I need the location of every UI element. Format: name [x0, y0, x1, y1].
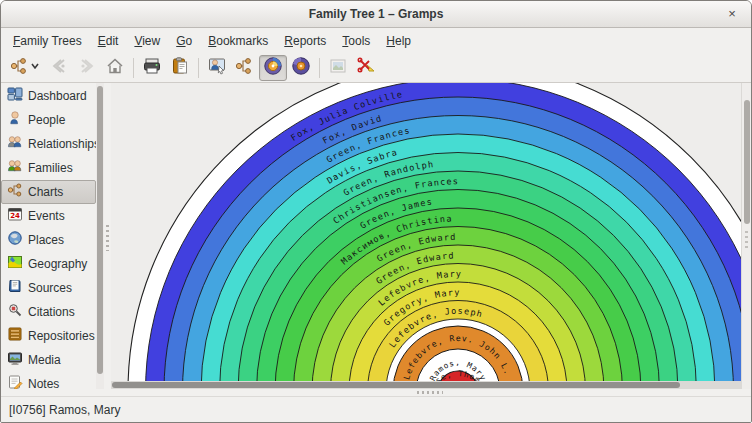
- sidebar-item-people[interactable]: People: [1, 108, 96, 132]
- toolbar-separator: [319, 58, 320, 78]
- vertical-scrollbar-thumb[interactable]: [744, 100, 750, 224]
- sidebar-scrollbar-thumb[interactable]: [97, 86, 103, 374]
- window-title: Family Tree 1 – Gramps: [309, 7, 444, 21]
- image-icon: [328, 56, 348, 80]
- clip-button[interactable]: [352, 55, 380, 81]
- sidebar-item-label: Relationships: [28, 137, 96, 151]
- relationships-icon: [7, 134, 23, 154]
- fan-chart-icon: [263, 56, 283, 80]
- title-bar[interactable]: Family Tree 1 – Gramps ×: [1, 1, 751, 28]
- chevron-down-icon: [30, 56, 40, 80]
- sidebar-item-label: People: [28, 113, 65, 127]
- menu-go[interactable]: Go: [168, 31, 200, 51]
- pane-splitter[interactable]: [104, 83, 111, 389]
- fan-chart-view-button[interactable]: [259, 55, 287, 81]
- sidebar-item-dashboard[interactable]: Dashboard: [1, 84, 96, 108]
- citations-icon: [7, 302, 23, 322]
- gramps-window: Family Tree 1 – Gramps × Family TreesEdi…: [0, 0, 752, 423]
- geography-icon: [7, 254, 23, 274]
- status-bar: [I0756] Ramos, Mary: [1, 396, 751, 422]
- sidebar-item-label: Geography: [28, 257, 87, 271]
- sidebar-item-families[interactable]: Families: [1, 156, 96, 180]
- close-icon[interactable]: ×: [723, 5, 741, 23]
- dashboard-icon: [7, 86, 23, 106]
- sidebar-item-geography[interactable]: Geography: [1, 252, 96, 276]
- sidebar-item-repositories[interactable]: Repositories: [1, 324, 96, 348]
- back-arrow-icon: [49, 56, 69, 80]
- svg-text:24: 24: [10, 212, 20, 220]
- sidebar-item-media[interactable]: Media: [1, 348, 96, 372]
- image-button[interactable]: [324, 55, 352, 81]
- chart-column: Lefebvre, JosephGregory, MaryLefebvre, M…: [111, 83, 741, 389]
- sidebar-item-label: Families: [28, 161, 73, 175]
- repositories-icon: [7, 326, 23, 346]
- family-tree-menu-button[interactable]: [5, 55, 45, 81]
- sidebar-scrollbar[interactable]: [96, 83, 104, 389]
- events-icon: 24: [7, 206, 23, 226]
- category-sidebar: DashboardPeopleRelationshipsFamiliesChar…: [1, 83, 96, 389]
- menu-view[interactable]: View: [126, 31, 168, 51]
- sidebar-item-relationships[interactable]: Relationships: [1, 132, 96, 156]
- right-splitter-grip-icon: [745, 231, 748, 249]
- menu-reports[interactable]: Reports: [276, 31, 334, 51]
- home-icon: [105, 56, 125, 80]
- pedigree-view-button[interactable]: [231, 55, 259, 81]
- clipboard-button[interactable]: [166, 55, 194, 81]
- people-icon: [7, 110, 23, 130]
- clipboard-icon: [170, 56, 190, 80]
- places-icon: [7, 230, 23, 250]
- menu-family-trees[interactable]: Family Trees: [5, 31, 90, 51]
- fan-chart-svg[interactable]: Lefebvre, JosephGregory, MaryLefebvre, M…: [111, 83, 741, 381]
- splitter-grip-icon: [106, 225, 109, 251]
- menu-bar: Family TreesEditViewGoBookmarksReportsTo…: [1, 28, 751, 53]
- menu-bookmarks[interactable]: Bookmarks: [200, 31, 276, 51]
- sidebar-item-label: Notes: [28, 377, 59, 389]
- sidebar-item-label: Events: [28, 209, 65, 223]
- print-button[interactable]: [138, 55, 166, 81]
- menu-edit[interactable]: Edit: [90, 31, 127, 51]
- fan-chart-2way-view-button[interactable]: [287, 55, 315, 81]
- home-button[interactable]: [101, 55, 129, 81]
- bottom-pane-handle[interactable]: [1, 389, 751, 396]
- status-text: [I0756] Ramos, Mary: [9, 403, 120, 417]
- person-view-icon: [207, 56, 227, 80]
- sidebar-item-label: Places: [28, 233, 64, 247]
- media-icon: [7, 350, 23, 370]
- sidebar-item-label: Dashboard: [28, 89, 87, 103]
- sidebar-item-events[interactable]: 24Events: [1, 204, 96, 228]
- sidebar-item-label: Media: [28, 353, 61, 367]
- forward-arrow-icon: [77, 56, 97, 80]
- sidebar-item-citations[interactable]: Citations: [1, 300, 96, 324]
- horizontal-scrollbar-thumb[interactable]: [112, 382, 680, 388]
- back-button[interactable]: [45, 55, 73, 81]
- charts-icon: [7, 182, 23, 202]
- main-body: DashboardPeopleRelationshipsFamiliesChar…: [1, 83, 751, 389]
- scissors-icon: [356, 56, 376, 80]
- toolbar: [1, 53, 751, 83]
- sidebar-item-notes[interactable]: Notes: [1, 372, 96, 389]
- horizontal-scrollbar[interactable]: [111, 381, 741, 389]
- menu-tools[interactable]: Tools: [334, 31, 378, 51]
- forward-button[interactable]: [73, 55, 101, 81]
- sidebar-item-label: Charts: [28, 185, 63, 199]
- menu-help[interactable]: Help: [378, 31, 419, 51]
- fan-chart-2-icon: [291, 56, 311, 80]
- active-person-button[interactable]: [203, 55, 231, 81]
- bottom-grip-icon: [417, 391, 443, 394]
- sidebar-item-label: Sources: [28, 281, 72, 295]
- printer-icon: [142, 56, 162, 80]
- gramps-tree-icon: [10, 56, 30, 80]
- sidebar-item-sources[interactable]: Sources: [1, 276, 96, 300]
- families-icon: [7, 158, 23, 178]
- fan-chart-view[interactable]: Lefebvre, JosephGregory, MaryLefebvre, M…: [111, 83, 741, 381]
- sidebar-item-places[interactable]: Places: [1, 228, 96, 252]
- sidebar-item-label: Repositories: [28, 329, 95, 343]
- toolbar-separator: [198, 58, 199, 78]
- sidebar-item-label: Citations: [28, 305, 75, 319]
- notes-icon: [7, 374, 23, 389]
- toolbar-separator: [133, 58, 134, 78]
- pedigree-icon: [235, 56, 255, 80]
- sources-icon: [7, 278, 23, 298]
- sidebar-item-charts[interactable]: Charts: [1, 180, 96, 204]
- vertical-scrollbar[interactable]: [741, 83, 751, 389]
